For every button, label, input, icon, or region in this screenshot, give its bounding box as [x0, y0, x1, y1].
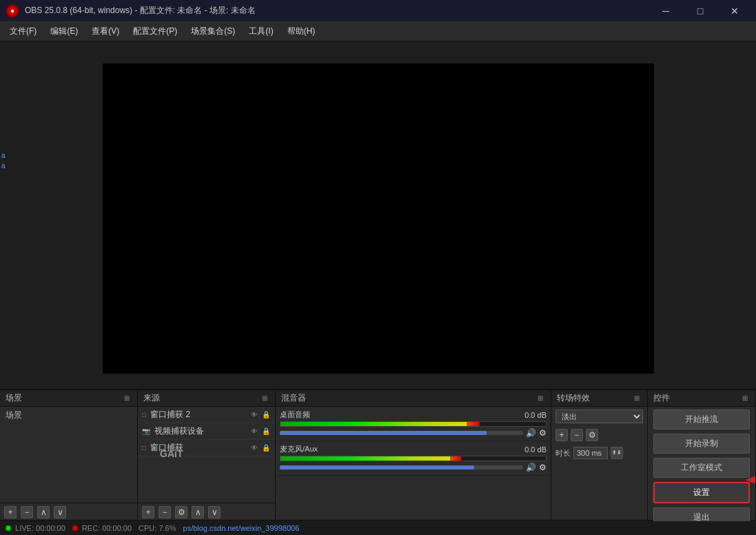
transition-header-icon[interactable]: ⊞ — [632, 394, 642, 403]
source-down-btn[interactable]: ∨ — [208, 506, 221, 518]
mixer-ch-header-1: 麦克风/Aux 0.0 dB — [280, 444, 546, 454]
mixer-gear-1[interactable]: ⚙ — [539, 463, 546, 472]
live-label: LIVE: — [15, 524, 34, 532]
mixer-ch-header-0: 桌面音频 0.0 dB — [280, 410, 546, 420]
source-ctrl-0: 👁 🔒 — [249, 411, 271, 418]
transition-effect-select[interactable]: 淡出 — [555, 410, 643, 423]
scene-remove-btn[interactable]: − — [21, 506, 33, 518]
menu-tools[interactable]: 工具(I) — [242, 23, 280, 40]
window-title: OBS 25.0.8 (64-bit, windows) - 配置文件: 未命名… — [25, 5, 650, 17]
mixer-bar-inactive-1 — [461, 456, 546, 461]
menu-profile[interactable]: 配置文件(P) — [126, 23, 184, 40]
transition-duration-input[interactable] — [573, 447, 608, 459]
source-icon-1: 📷 — [142, 427, 150, 435]
source-ctrl-1: 👁 🔒 — [249, 427, 271, 435]
titlebar: ● OBS 25.0.8 (64-bit, windows) - 配置文件: 未… — [0, 0, 756, 22]
mixer-ch-db-1: 0.0 dB — [524, 445, 546, 454]
controls-header-label: 控件 — [653, 392, 740, 404]
transition-gear-btn[interactable]: ⚙ — [586, 429, 598, 441]
source-icon-0: □ — [142, 411, 146, 418]
source-panel-body: □ 窗口捕获 2 👁 🔒 📷 视频捕获设备 👁 🔒 □ — [138, 407, 276, 521]
preview-container: a a — [0, 41, 756, 389]
cpu-label: CPU: — [139, 524, 156, 532]
exit-button[interactable]: 退出 — [653, 507, 750, 521]
mixer-gear-0[interactable]: ⚙ — [539, 428, 546, 438]
mixer-panel-body: 桌面音频 0.0 dB — [276, 407, 551, 521]
menu-scene-collection[interactable]: 场景集合(S) — [184, 23, 242, 40]
start-record-button[interactable]: 开始录制 — [653, 434, 750, 454]
transition-panel-body: 淡出 + − ⚙ 时长 ⬆⬇ — [551, 407, 648, 521]
source-name-1: 视频捕获设备 — [154, 425, 245, 437]
studio-mode-button[interactable]: 工作室模式 — [653, 458, 750, 478]
side-label-1: a — [1, 152, 6, 159]
source-eye-2[interactable]: 👁 — [249, 444, 259, 452]
mixer-bar-green-1 — [280, 456, 413, 461]
transition-add-btn[interactable]: + — [555, 429, 568, 441]
mixer-volume-fill-1 — [280, 465, 474, 470]
mixer-mute-0[interactable]: 🔊 — [526, 428, 536, 438]
mixer-volume-bar-0[interactable] — [280, 431, 523, 435]
source-header-icon[interactable]: ⊞ — [260, 394, 269, 403]
menu-edit[interactable]: 编辑(E) — [43, 23, 85, 40]
source-panel-footer: + − ⚙ ∧ ∨ — [138, 503, 275, 521]
source-eye-1[interactable]: 👁 — [249, 427, 259, 435]
source-panel-header: 来源 ⊞ — [138, 390, 276, 406]
transition-header-label: 转场特效 — [557, 392, 632, 404]
controls-panel-body: 开始推流 开始录制 工作室模式 设置 退出 — [648, 407, 756, 521]
close-button[interactable]: ✕ — [719, 0, 750, 22]
scene-header-icon[interactable]: ⊞ — [122, 394, 132, 403]
mixer-header-icon[interactable]: ⊞ — [535, 394, 545, 403]
scene-add-btn[interactable]: + — [4, 506, 17, 518]
live-indicator: LIVE: 00:00:00 — [6, 524, 65, 532]
side-label-2: a — [1, 162, 6, 170]
controls-panel-header: 控件 ⊞ — [648, 390, 756, 406]
mixer-ch-name-1: 麦克风/Aux — [280, 444, 318, 454]
mixer-channel-0: 桌面音频 0.0 dB — [276, 407, 551, 441]
settings-button[interactable]: 设置 — [653, 482, 750, 503]
mixer-channel-1: 麦克风/Aux 0.0 dB — [276, 441, 551, 476]
panel-headers-row: 场景 ⊞ 来源 ⊞ 混音器 ⊞ 转场特效 ⊞ 控件 ⊞ — [0, 390, 756, 407]
source-icon-2: □ — [142, 444, 146, 452]
minimize-button[interactable]: ─ — [650, 0, 682, 22]
controls-header-icon[interactable]: ⊞ — [740, 394, 750, 403]
mixer-header-label: 混音器 — [281, 392, 535, 404]
source-up-btn[interactable]: ∧ — [192, 506, 204, 518]
source-lock-0[interactable]: 🔒 — [261, 411, 271, 418]
menubar: 文件(F) 编辑(E) 查看(V) 配置文件(P) 场景集合(S) 工具(I) … — [0, 22, 756, 41]
source-lock-2[interactable]: 🔒 — [261, 444, 271, 452]
status-url: ps/blog.csdn.net/weixin_39998006 — [183, 524, 300, 532]
transition-remove-btn[interactable]: − — [571, 429, 583, 441]
cpu-indicator: CPU: 7.6% — [139, 524, 176, 532]
maximize-button[interactable]: □ — [684, 0, 716, 22]
menu-file[interactable]: 文件(F) — [3, 23, 43, 40]
source-eye-0[interactable]: 👁 — [249, 411, 259, 418]
source-item-0: □ 窗口捕获 2 👁 🔒 — [138, 407, 275, 423]
mixer-bar-red-0 — [467, 422, 480, 426]
source-settings-btn[interactable]: ⚙ — [175, 506, 187, 518]
mixer-mute-1[interactable]: 🔊 — [526, 463, 536, 472]
scene-down-btn[interactable]: ∨ — [54, 506, 66, 518]
transition-panel-header: 转场特效 ⊞ — [551, 390, 648, 406]
mixer-bar-red-1 — [450, 456, 460, 461]
scene-panel-header: 场景 ⊞ — [0, 390, 138, 406]
start-stream-button[interactable]: 开始推流 — [653, 410, 750, 430]
mixer-volume-bar-1[interactable] — [280, 465, 523, 470]
menu-help[interactable]: 帮助(H) — [280, 23, 323, 40]
source-name-2: 窗口捕获 — [150, 442, 245, 454]
cpu-value: 7.6% — [159, 524, 176, 532]
live-time: 00:00:00 — [36, 524, 65, 532]
source-add-btn[interactable]: + — [142, 506, 154, 518]
scene-up-btn[interactable]: ∧ — [37, 506, 50, 518]
rec-label: REC: — [82, 524, 100, 532]
source-lock-1[interactable]: 🔒 — [261, 427, 271, 435]
menu-view[interactable]: 查看(V) — [85, 23, 126, 40]
scene-item-label: 场景 — [0, 407, 137, 424]
source-remove-btn[interactable]: − — [159, 506, 171, 518]
window-controls: ─ □ ✕ — [650, 0, 750, 22]
rec-indicator: REC: 00:00:00 — [72, 524, 132, 532]
mixer-ch-footer-0: 🔊 ⚙ — [280, 428, 546, 438]
panels-body: 场景 + − ∧ ∨ □ 窗口捕获 2 👁 🔒 — [0, 407, 756, 521]
transition-duration-spin[interactable]: ⬆⬇ — [611, 447, 623, 459]
transition-duration-label: 时长 — [555, 448, 571, 458]
transition-duration-row: 时长 ⬆⬇ — [551, 444, 647, 462]
